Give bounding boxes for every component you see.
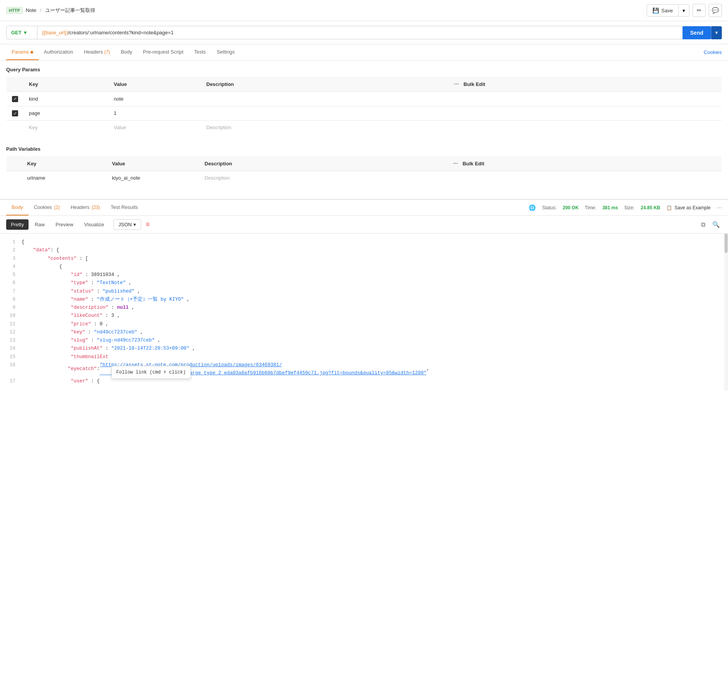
bulk-edit-label[interactable]: Bulk Edit <box>463 81 485 87</box>
method-chevron-icon: ▾ <box>24 30 27 35</box>
bulk-edit-pv[interactable]: Bulk Edit <box>463 161 484 167</box>
line-num: 9 <box>6 304 15 312</box>
desc-placeholder[interactable]: Description <box>201 121 448 135</box>
json-line-8: 8 "name" : "作成ノート（+予定）一覧 by KIYO" , <box>6 296 722 304</box>
th-key: Key <box>24 77 108 92</box>
tab-prerequest[interactable]: Pre-request Script <box>138 44 189 60</box>
actions-urlname <box>448 171 722 185</box>
json-line-10: 10 "likeCount" : 3 , <box>6 312 722 320</box>
line-num: 7 <box>6 288 15 296</box>
breadcrumb-note: Note <box>26 7 36 13</box>
json-line-14: 14 "publishAt" : "2021-10-14T22:20:53+09… <box>6 345 722 353</box>
dots-icon[interactable]: ··· <box>454 81 459 87</box>
desc-page[interactable] <box>201 106 448 121</box>
response-area: Body Cookies (2) Headers (23) Test Resul… <box>0 199 728 390</box>
th-key-pv: Key <box>22 156 107 171</box>
send-group: Send ▾ <box>682 26 722 39</box>
cookies-link[interactable]: Cookies <box>704 49 722 55</box>
checkbox-urlname[interactable] <box>7 171 22 185</box>
cookies-badge: (2) <box>54 205 60 210</box>
url-input[interactable]: {{base_url}}/creators/:urlname/contents?… <box>37 26 682 39</box>
value-urlname[interactable]: kiyo_ai_note <box>107 171 199 185</box>
tab-body[interactable]: Body <box>115 44 138 60</box>
json-line-9: 9 "description" : null , <box>6 304 722 312</box>
value-page[interactable]: 1 <box>108 106 201 121</box>
top-bar-right: 💾 Save ▾ ✏ 💬 <box>647 4 722 17</box>
method-select[interactable]: GET ▾ <box>6 26 37 39</box>
actions-empty <box>448 121 721 135</box>
save-dropdown-button[interactable]: ▾ <box>679 4 689 17</box>
desc-urlname[interactable]: Description <box>199 171 448 185</box>
dots-icon-pv[interactable]: ··· <box>453 160 458 167</box>
fmt-tab-raw[interactable]: Raw <box>30 219 49 230</box>
params-dot <box>30 51 33 54</box>
line-num: 14 <box>6 345 15 353</box>
key-urlname[interactable]: urlname <box>22 171 107 185</box>
tab-authorization[interactable]: Authorization <box>39 44 79 60</box>
status-label: Status: <box>542 205 556 210</box>
json-line-4: 4 { <box>6 263 722 271</box>
key-page[interactable]: page <box>24 106 108 121</box>
line-num: 10 <box>6 312 15 320</box>
send-button[interactable]: Send <box>682 26 711 39</box>
line-num: 17 <box>6 377 15 385</box>
json-chevron-icon: ▾ <box>133 222 136 227</box>
wrap-icon[interactable]: ≡ <box>146 220 150 229</box>
send-dropdown-button[interactable]: ▾ <box>711 26 722 39</box>
checkbox-cell-page[interactable] <box>7 106 24 121</box>
resp-tab-cookies[interactable]: Cookies (2) <box>29 200 65 215</box>
copy-button[interactable]: ⧉ <box>699 219 707 230</box>
tab-tests[interactable]: Tests <box>189 44 211 60</box>
request-tabs: Params Authorization Headers (7) Body Pr… <box>0 44 728 61</box>
th-description: Description <box>201 77 448 92</box>
tab-headers[interactable]: Headers (7) <box>79 44 115 60</box>
resp-tab-test-results[interactable]: Test Results <box>105 200 143 215</box>
checkbox-page[interactable] <box>12 110 18 116</box>
fmt-tab-preview[interactable]: Preview <box>51 219 78 230</box>
resp-tab-body[interactable]: Body <box>6 200 29 215</box>
http-badge: HTTP <box>6 7 23 14</box>
resp-headers-badge: (23) <box>92 205 100 210</box>
th-value: Value <box>108 77 201 92</box>
save-example-button[interactable]: 📋 Save as Example <box>666 205 710 210</box>
search-button[interactable]: 🔍 <box>710 219 722 230</box>
path-variables-table: Key Value Description ··· Bulk Edit urln… <box>6 156 722 185</box>
value-placeholder[interactable]: Value <box>108 121 201 135</box>
format-bar: Pretty Raw Preview Visualize JSON ▾ ≡ ⧉ … <box>0 216 728 234</box>
comment-icon-button[interactable]: 💬 <box>709 4 722 17</box>
method-label: GET <box>11 30 22 35</box>
line-num: 16 <box>6 361 15 378</box>
json-format-selector[interactable]: JSON ▾ <box>113 219 141 230</box>
size-value: 24.85 KB <box>641 205 661 210</box>
json-line-6: 6 "type" : "TextNote" , <box>6 279 722 287</box>
edit-icon-button[interactable]: ✏ <box>693 4 706 17</box>
time-value: 381 ms <box>602 205 618 210</box>
fmt-tab-pretty[interactable]: Pretty <box>6 219 29 230</box>
json-line-3: 3 "contents" : [ <box>6 255 722 263</box>
line-num: 8 <box>6 296 15 304</box>
line-num: 3 <box>6 255 15 263</box>
url-bar: GET ▾ {{base_url}}/creators/:urlname/con… <box>0 21 728 44</box>
tab-settings[interactable]: Settings <box>211 44 240 60</box>
table-row-empty: Key Value Description <box>7 121 722 135</box>
value-kind[interactable]: note <box>108 92 201 106</box>
key-placeholder[interactable]: Key <box>24 121 108 135</box>
scrollbar-track <box>724 234 728 390</box>
checkbox-cell[interactable] <box>7 92 24 106</box>
tab-params[interactable]: Params <box>6 44 39 60</box>
actions-kind <box>448 92 721 106</box>
th-value-pv: Value <box>107 156 199 171</box>
save-button[interactable]: 💾 Save <box>647 4 679 17</box>
key-kind[interactable]: kind <box>24 92 108 106</box>
content-area: Query Params Key Value Description ··· B… <box>0 61 728 191</box>
path-variables-title: Path Variables <box>6 146 722 152</box>
scrollbar-thumb[interactable] <box>725 234 728 253</box>
checkbox-empty[interactable] <box>7 121 24 135</box>
checkbox-kind[interactable] <box>12 96 18 102</box>
more-options-icon[interactable]: ··· <box>717 204 722 211</box>
desc-kind[interactable] <box>201 92 448 106</box>
fmt-tab-visualize[interactable]: Visualize <box>79 219 109 230</box>
json-line-1: 1 { <box>6 238 722 246</box>
resp-tab-headers[interactable]: Headers (23) <box>65 200 105 215</box>
breadcrumb-title: ユーザー記事一覧取得 <box>45 7 95 13</box>
